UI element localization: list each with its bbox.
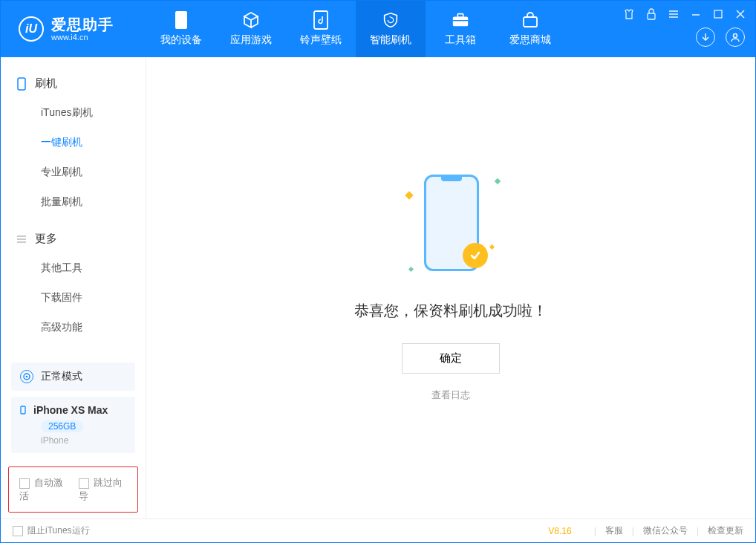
- nav-toolbox[interactable]: 工具箱: [426, 1, 495, 57]
- close-button[interactable]: [733, 7, 748, 22]
- user-button[interactable]: [726, 27, 745, 47]
- svg-point-11: [26, 376, 28, 378]
- nav-store[interactable]: 爱思商城: [495, 1, 565, 57]
- mode-card[interactable]: 正常模式: [11, 362, 135, 391]
- sidebar-item-itunes-flash[interactable]: iTunes刷机: [1, 98, 146, 128]
- device-card[interactable]: iPhone XS Max 256GB iPhone: [11, 397, 135, 453]
- store-icon: [521, 11, 539, 29]
- result-message: 恭喜您，保资料刷机成功啦！: [354, 301, 547, 321]
- checkbox-auto-activate[interactable]: 自动激活: [19, 476, 68, 503]
- sidebar-group-flash[interactable]: 刷机: [1, 69, 146, 98]
- sidebar-list: 刷机 iTunes刷机 一键刷机 专业刷机 批量刷机 更多 其他工具 下载固件 …: [1, 57, 146, 355]
- svg-rect-0: [175, 11, 187, 29]
- brand-site: www.i4.cn: [51, 33, 114, 42]
- list-icon: [16, 233, 27, 245]
- nav-apps-games[interactable]: 应用游戏: [216, 1, 286, 57]
- footer-link-wechat[interactable]: 微信公众号: [643, 524, 688, 537]
- download-button[interactable]: [696, 27, 715, 47]
- svg-rect-5: [524, 17, 537, 27]
- footer-link-update[interactable]: 检查更新: [708, 524, 743, 537]
- lock-icon[interactable]: [644, 7, 659, 22]
- sidebar-item-other-tools[interactable]: 其他工具: [1, 253, 146, 283]
- sidebar-item-advanced[interactable]: 高级功能: [1, 313, 146, 342]
- mode-label: 正常模式: [41, 370, 82, 383]
- svg-rect-7: [714, 10, 722, 18]
- app-window: iU 爱思助手 www.i4.cn 我的设备 应用游戏 铃声壁纸 智能刷机: [0, 0, 756, 543]
- sidebar-item-one-click-flash[interactable]: 一键刷机: [1, 128, 146, 157]
- sidebar-group-more[interactable]: 更多: [1, 224, 146, 253]
- success-illustration: [406, 175, 495, 279]
- view-log-link[interactable]: 查看日志: [431, 388, 470, 402]
- nav-smart-flash[interactable]: 智能刷机: [356, 1, 426, 57]
- device-kind: iPhone: [41, 435, 126, 446]
- check-badge-icon: [463, 243, 488, 268]
- nav-ringtone-wallpaper[interactable]: 铃声壁纸: [286, 1, 356, 57]
- nav-my-device[interactable]: 我的设备: [146, 1, 216, 57]
- logo[interactable]: iU 爱思助手 www.i4.cn: [1, 1, 146, 57]
- music-file-icon: [312, 11, 330, 29]
- footer-link-support[interactable]: 客服: [605, 524, 623, 537]
- logo-icon: iU: [19, 16, 44, 42]
- device-capacity-badge: 256GB: [41, 420, 83, 432]
- maximize-button[interactable]: [711, 7, 726, 22]
- cube-icon: [242, 11, 260, 29]
- svg-rect-9: [18, 78, 25, 90]
- minimize-button[interactable]: [688, 7, 703, 22]
- shirt-icon[interactable]: [622, 7, 636, 22]
- svg-rect-3: [457, 14, 463, 18]
- svg-rect-2: [453, 16, 468, 26]
- body: 刷机 iTunes刷机 一键刷机 专业刷机 批量刷机 更多 其他工具 下载固件 …: [1, 57, 755, 518]
- device-mini-icon: [20, 406, 26, 414]
- svg-rect-4: [453, 20, 468, 21]
- svg-rect-6: [648, 13, 655, 19]
- sidebar: 刷机 iTunes刷机 一键刷机 专业刷机 批量刷机 更多 其他工具 下载固件 …: [1, 57, 146, 518]
- title-right-circles: [696, 27, 745, 47]
- checkbox-skip-guide[interactable]: 跳过向导: [79, 476, 128, 503]
- sidebar-item-download-firmware[interactable]: 下载固件: [1, 283, 146, 313]
- titlebar: iU 爱思助手 www.i4.cn 我的设备 应用游戏 铃声壁纸 智能刷机: [1, 1, 755, 57]
- mode-icon: [20, 370, 33, 383]
- sidebar-item-batch-flash[interactable]: 批量刷机: [1, 187, 146, 217]
- svg-rect-1: [314, 11, 328, 29]
- device-name: iPhone XS Max: [33, 404, 108, 416]
- phone-icon: [16, 78, 27, 90]
- ok-button[interactable]: 确定: [402, 343, 500, 374]
- menu-icon[interactable]: [666, 7, 681, 22]
- version-label: V8.16: [548, 526, 571, 536]
- checkbox-block-itunes[interactable]: 阻止iTunes运行: [13, 524, 90, 537]
- sidebar-options-highlight: 自动激活 跳过向导: [8, 466, 138, 513]
- sidebar-item-pro-flash[interactable]: 专业刷机: [1, 157, 146, 187]
- window-controls: [622, 7, 748, 22]
- status-bar: 阻止iTunes运行 V8.16 | 客服 | 微信公众号 | 检查更新: [1, 518, 755, 542]
- main-nav: 我的设备 应用游戏 铃声壁纸 智能刷机 工具箱 爱思商城: [146, 1, 565, 57]
- svg-point-8: [734, 34, 737, 38]
- toolbox-icon: [452, 11, 469, 29]
- sidebar-devices: 正常模式 iPhone XS Max 256GB iPhone: [1, 355, 146, 461]
- svg-rect-12: [21, 406, 25, 414]
- brand-name: 爱思助手: [51, 16, 114, 33]
- device-icon: [172, 11, 190, 29]
- refresh-shield-icon: [382, 11, 400, 29]
- main-panel: 恭喜您，保资料刷机成功啦！ 确定 查看日志: [146, 57, 755, 518]
